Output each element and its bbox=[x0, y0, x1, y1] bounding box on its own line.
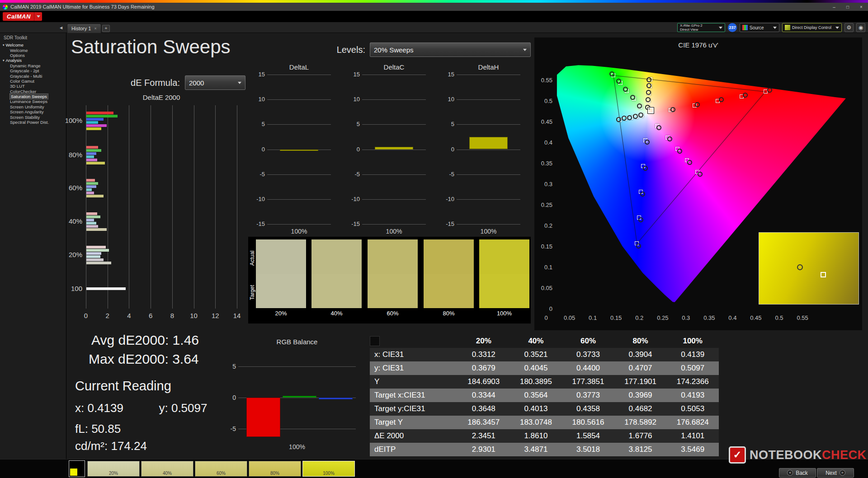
sidebar-item-3d-lut[interactable]: 3D LUT bbox=[0, 84, 66, 89]
settings-gear-button[interactable]: ⚙ bbox=[844, 23, 854, 32]
sidebar-item-color-gamut[interactable]: Color Gamut bbox=[0, 79, 66, 84]
sidebar-item-saturation-sweeps[interactable]: Saturation Sweeps bbox=[0, 94, 66, 99]
y-axis-tick-label: 40% bbox=[63, 217, 82, 225]
next-label: Next bbox=[826, 470, 837, 476]
back-button[interactable]: « Back bbox=[779, 468, 816, 478]
sidebar-item-grayscale-multi[interactable]: Grayscale - Multi bbox=[0, 73, 66, 78]
next-button[interactable]: Next » bbox=[817, 468, 854, 478]
gridline bbox=[362, 99, 426, 100]
y-axis-tick-label: 10 bbox=[348, 96, 360, 103]
current-point-marker bbox=[648, 108, 654, 113]
slide-thumb-80%[interactable]: 80% bbox=[249, 461, 301, 477]
app-icon bbox=[3, 5, 8, 9]
y-axis-tick-label: 10 bbox=[443, 96, 454, 103]
y-axis-tick-label: 0 bbox=[226, 394, 236, 401]
tab-close-icon[interactable]: × bbox=[94, 26, 96, 31]
current-patch-thumbnail[interactable] bbox=[69, 460, 85, 477]
sidebar-item-spectral-power-dist-[interactable]: Spectral Power Dist. bbox=[0, 120, 66, 125]
slide-thumb-40%[interactable]: 40% bbox=[141, 461, 193, 477]
measured-point bbox=[656, 125, 661, 130]
meter-count-badge[interactable]: 237 bbox=[728, 23, 737, 32]
x-axis-tick-label: 0.15 bbox=[607, 314, 625, 321]
row-label: dEITP bbox=[370, 443, 458, 456]
row-label: Target y:CIE31 bbox=[370, 402, 458, 416]
y-axis-tick-label: 0.1 bbox=[534, 264, 552, 271]
sidebar-item-analysis[interactable]: ▾Analysis bbox=[0, 58, 66, 63]
de-formula-dropdown[interactable]: 2000 bbox=[185, 75, 245, 90]
zoom-inset[interactable] bbox=[759, 232, 859, 305]
tab-history-1[interactable]: History 1 × bbox=[67, 23, 101, 33]
meter-dropdown[interactable]: X-Rite i1Pro 2 Direct View bbox=[677, 23, 725, 32]
swatch-label: 40% bbox=[311, 310, 362, 317]
window-titlebar: CalMAN 2019 CalMAN Ultimate for Business… bbox=[0, 3, 868, 11]
sidebar-item-screen-stability[interactable]: Screen Stability bbox=[0, 114, 66, 119]
sidebar-item-grayscale-2pt[interactable]: Grayscale - 2pt bbox=[0, 68, 66, 73]
bar-red bbox=[86, 179, 95, 182]
sidebar-item-dynamic-range[interactable]: Dynamic Range bbox=[0, 63, 66, 68]
bar-blue bbox=[319, 398, 353, 399]
gridline bbox=[362, 150, 426, 150]
close-button[interactable]: × bbox=[854, 3, 868, 11]
data-cell: 0.3733 bbox=[562, 348, 614, 361]
swatch-target bbox=[311, 274, 362, 308]
row-label: x: CIE31 bbox=[370, 348, 458, 361]
display-control-dropdown[interactable]: Direct Display Control bbox=[782, 23, 842, 32]
maximize-button[interactable]: □ bbox=[841, 3, 854, 11]
sidebar-item-welcome[interactable]: ▾Welcome bbox=[0, 42, 66, 47]
row-label: Target x:CIE31 bbox=[370, 389, 458, 402]
data-cell: 0.4400 bbox=[562, 361, 614, 375]
display-control-label: Direct Display Control bbox=[792, 25, 834, 30]
levels-dropdown[interactable]: 20% Sweeps bbox=[370, 42, 531, 57]
y-axis-tick-label: 10 bbox=[253, 96, 265, 103]
sidebar-item-screen-angularity[interactable]: Screen Angularity bbox=[0, 109, 66, 114]
plot-area bbox=[238, 350, 356, 441]
data-cell: 0.3312 bbox=[458, 348, 510, 361]
sidebar-collapse-button[interactable]: ◀ bbox=[57, 25, 65, 31]
data-cell: 0.3564 bbox=[510, 389, 562, 402]
slide-thumb-100%[interactable]: 100% bbox=[302, 461, 355, 477]
measured-point bbox=[687, 160, 692, 165]
add-tab-button[interactable]: + bbox=[102, 25, 110, 32]
source-dropdown[interactable]: Source bbox=[740, 23, 779, 32]
x-label: x: bbox=[75, 401, 84, 415]
next-arrow-icon: » bbox=[840, 470, 845, 476]
data-cell: 0.3648 bbox=[458, 402, 510, 416]
gridline bbox=[362, 124, 426, 125]
source-icon bbox=[742, 25, 748, 30]
sidebar-item-colorchecker[interactable]: ColorChecker bbox=[0, 89, 66, 94]
sidebar-item-label: Grayscale - 2pt bbox=[10, 68, 39, 73]
max-de2000-reading: Max dE2000: 3.64 bbox=[89, 351, 199, 367]
sidebar-item-welcome[interactable]: Welcome bbox=[0, 47, 66, 52]
slide-thumb-20%[interactable]: 20% bbox=[87, 461, 140, 477]
sidebar-item-screen-uniformity[interactable]: Screen Uniformity bbox=[0, 104, 66, 109]
column-header: 60% bbox=[562, 334, 614, 348]
y-axis-tick-label: 0.2 bbox=[534, 222, 552, 229]
bar-green bbox=[86, 115, 118, 117]
measured-point bbox=[616, 117, 621, 122]
chevron-down-icon bbox=[719, 27, 722, 29]
bar-red bbox=[86, 246, 106, 248]
minimize-button[interactable]: – bbox=[827, 3, 841, 11]
slide-thumb-label: 100% bbox=[303, 471, 354, 476]
fl-label: fL: bbox=[75, 422, 88, 436]
bar-group bbox=[86, 179, 104, 198]
sidebar-item-luminance-sweeps[interactable]: Luminance Sweeps bbox=[0, 99, 66, 104]
probe-button[interactable]: ◉ bbox=[856, 23, 865, 32]
gridline bbox=[362, 224, 426, 225]
rgb-balance-chart: RGB Balance 100% 50-5 bbox=[226, 337, 366, 454]
gridline bbox=[172, 105, 173, 309]
slide-thumb-60%[interactable]: 60% bbox=[195, 461, 247, 477]
max-label: Max dE2000: bbox=[89, 351, 169, 366]
sidebar-item-options[interactable]: Options bbox=[0, 53, 66, 58]
sidebar-item-label: Dynamic Range bbox=[10, 63, 41, 68]
data-cell: 178.5892 bbox=[614, 416, 667, 429]
swatch-label: 20% bbox=[256, 310, 306, 317]
gridline bbox=[457, 99, 520, 100]
bar-magenta bbox=[86, 159, 97, 161]
y-axis-tick-label: -5 bbox=[226, 425, 236, 432]
sidebar-item-label: 3D LUT bbox=[10, 84, 25, 89]
measured-point bbox=[698, 172, 703, 177]
swatch-40% bbox=[311, 239, 362, 308]
logo-dropdown bbox=[34, 12, 40, 21]
calman-logo-menu[interactable]: CalMAN bbox=[3, 12, 42, 21]
